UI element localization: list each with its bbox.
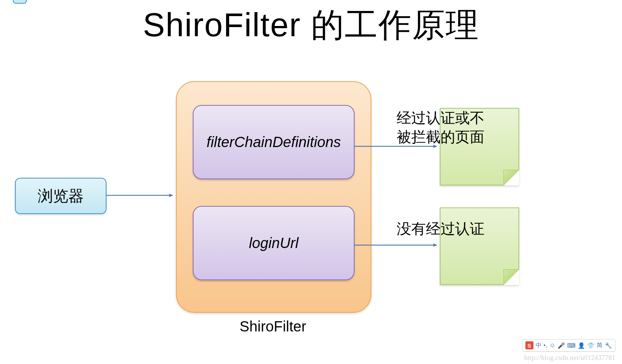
ime-item[interactable]: 🔧 bbox=[605, 342, 612, 349]
diagram-title: ShiroFilter 的工作原理 bbox=[0, 3, 622, 48]
note-fold-icon bbox=[503, 170, 519, 185]
node-filterchaindefinitions: filterChainDefinitions bbox=[193, 105, 355, 179]
ime-toolbar[interactable]: S 中 •, ☺ 🎤 ⌨ 👤 👕 简 🔧 bbox=[522, 339, 615, 352]
edge-label-authenticated: 经过认证或不 被拦截的页面 bbox=[397, 108, 484, 146]
ime-item[interactable]: 👕 bbox=[587, 342, 595, 349]
node-filterchaindefinitions-label: filterChainDefinitions bbox=[207, 134, 341, 150]
node-shirofilter-label: ShiroFilter bbox=[176, 318, 370, 335]
ime-item[interactable]: ⌨ bbox=[567, 342, 576, 349]
node-loginurl-label: loginUrl bbox=[249, 235, 299, 251]
ime-item[interactable]: ☺ bbox=[550, 342, 555, 349]
ime-item[interactable]: 简 bbox=[597, 342, 603, 349]
ime-logo-icon: S bbox=[525, 341, 533, 349]
node-loginurl: loginUrl bbox=[193, 206, 355, 280]
node-browser: 浏览器 bbox=[15, 178, 106, 214]
watermark-text: http://blog.csdn.net/u012437781 bbox=[524, 354, 616, 362]
ime-item[interactable]: 🎤 bbox=[558, 342, 565, 349]
note-fold-icon bbox=[503, 269, 519, 285]
ime-item[interactable]: •, bbox=[544, 342, 547, 349]
ime-item[interactable]: 中 bbox=[536, 342, 542, 349]
ime-item[interactable]: 👤 bbox=[578, 342, 585, 349]
edge-label-not-authenticated: 没有经过认证 bbox=[397, 219, 484, 238]
node-browser-label: 浏览器 bbox=[38, 186, 84, 206]
